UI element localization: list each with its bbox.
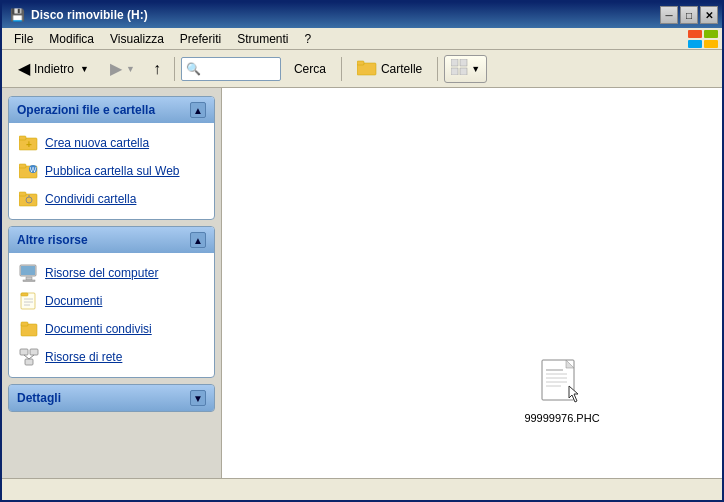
search-button[interactable]: Cerca (285, 55, 335, 83)
close-button[interactable]: ✕ (700, 6, 718, 24)
other-resources-header[interactable]: Altre risorse ▲ (9, 227, 214, 253)
details-section: Dettagli ▼ (8, 384, 215, 412)
computer-resources-label: Risorse del computer (45, 266, 158, 280)
separator-1 (174, 57, 175, 81)
details-header[interactable]: Dettagli ▼ (9, 385, 214, 411)
share-folder-label: Condividi cartella (45, 192, 136, 206)
details-toggle[interactable]: ▼ (190, 390, 206, 406)
back-dropdown-icon[interactable]: ▼ (80, 64, 89, 74)
title-bar-buttons: ─ □ ✕ (660, 6, 718, 24)
svg-text:W: W (30, 166, 37, 173)
back-group: ◀ Indietro ▼ (8, 54, 99, 84)
svg-rect-24 (21, 266, 35, 275)
computer-icon (19, 263, 39, 283)
shared-documents-label: Documenti condivisi (45, 322, 152, 336)
search-input[interactable] (201, 63, 281, 75)
svg-rect-5 (357, 61, 364, 65)
back-button[interactable]: ◀ Indietro ▼ (9, 55, 98, 83)
separator-3 (437, 57, 438, 81)
svg-rect-34 (25, 359, 33, 365)
svg-rect-14 (19, 164, 26, 168)
menu-help[interactable]: ? (297, 30, 320, 48)
svg-rect-26 (21, 293, 28, 296)
view-dropdown-icon[interactable]: ▼ (471, 64, 480, 74)
search-label: Cerca (294, 62, 326, 76)
svg-rect-33 (30, 349, 38, 355)
network-resources-label: Risorse di rete (45, 350, 122, 364)
svg-rect-31 (21, 322, 28, 326)
back-arrow-icon: ◀ (18, 59, 30, 78)
up-button[interactable]: ↑ (146, 55, 168, 83)
menu-file[interactable]: File (6, 30, 41, 48)
svg-text:+: + (26, 139, 32, 150)
title-bar-text: 💾 Disco rimovibile (H:) (10, 8, 148, 22)
svg-rect-3 (704, 40, 718, 48)
operations-title: Operazioni file e cartella (17, 103, 155, 117)
folders-button[interactable]: Cartelle (348, 55, 431, 83)
documents-icon (19, 291, 39, 311)
left-panel: Operazioni file e cartella ▲ + Crea nuov… (2, 88, 222, 478)
svg-rect-7 (460, 59, 467, 66)
svg-rect-23 (23, 280, 35, 282)
folders-label: Cartelle (381, 62, 422, 76)
svg-line-36 (29, 355, 34, 359)
documents-link[interactable]: Documenti (15, 289, 208, 313)
shared-documents-link[interactable]: Documenti condivisi (15, 317, 208, 341)
menu-visualizza[interactable]: Visualizza (102, 30, 172, 48)
svg-rect-22 (26, 277, 32, 280)
operations-toggle[interactable]: ▲ (190, 102, 206, 118)
maximize-button[interactable]: □ (680, 6, 698, 24)
operations-section: Operazioni file e cartella ▲ + Crea nuov… (8, 96, 215, 220)
menu-preferiti[interactable]: Preferiti (172, 30, 229, 48)
menu-bar: File Modifica Visualizza Preferiti Strum… (2, 28, 722, 50)
minimize-button[interactable]: ─ (660, 6, 678, 24)
separator-2 (341, 57, 342, 81)
back-label: Indietro (34, 62, 74, 76)
svg-rect-11 (19, 136, 26, 140)
search-box[interactable]: 🔍 (181, 57, 281, 81)
svg-rect-1 (704, 30, 718, 38)
create-folder-link[interactable]: + Crea nuova cartella (15, 131, 208, 155)
forward-button[interactable]: ▶ ▼ (103, 55, 142, 83)
operations-body: + Crea nuova cartella W (9, 123, 214, 219)
publish-folder-label: Pubblica cartella sul Web (45, 164, 180, 178)
up-arrow-icon: ↑ (153, 60, 161, 78)
forward-dropdown-icon[interactable]: ▼ (126, 64, 135, 74)
details-title: Dettagli (17, 391, 61, 405)
create-folder-label: Crea nuova cartella (45, 136, 149, 150)
title-bar: 💾 Disco rimovibile (H:) ─ □ ✕ (2, 2, 722, 28)
view-button[interactable]: ▼ (444, 55, 487, 83)
other-resources-toggle[interactable]: ▲ (190, 232, 206, 248)
publish-folder-icon: W (19, 161, 39, 181)
shared-documents-icon (19, 319, 39, 339)
network-icon (19, 347, 39, 367)
network-resources-link[interactable]: Risorse di rete (15, 345, 208, 369)
menu-modifica[interactable]: Modifica (41, 30, 102, 48)
file-item[interactable]: 99999976.PHC (522, 358, 602, 424)
svg-rect-0 (688, 30, 702, 38)
svg-rect-18 (19, 192, 26, 196)
status-bar (2, 478, 722, 500)
window-title: Disco rimovibile (H:) (31, 8, 148, 22)
file-name: 99999976.PHC (524, 412, 599, 424)
documents-label: Documenti (45, 294, 102, 308)
menu-strumenti[interactable]: Strumenti (229, 30, 296, 48)
search-icon: 🔍 (186, 62, 201, 76)
window: 💾 Disco rimovibile (H:) ─ □ ✕ File Modif… (0, 0, 724, 502)
svg-rect-6 (451, 59, 458, 66)
svg-rect-8 (451, 68, 458, 75)
other-resources-body: Risorse del computer Docu (9, 253, 214, 377)
title-icon: 💾 (10, 8, 25, 22)
other-resources-title: Altre risorse (17, 233, 88, 247)
svg-rect-2 (688, 40, 702, 48)
view-icon (451, 59, 469, 78)
computer-resources-link[interactable]: Risorse del computer (15, 261, 208, 285)
operations-header[interactable]: Operazioni file e cartella ▲ (9, 97, 214, 123)
create-folder-icon: + (19, 133, 39, 153)
publish-folder-link[interactable]: W Pubblica cartella sul Web (15, 159, 208, 183)
other-resources-section: Altre risorse ▲ Risorse d (8, 226, 215, 378)
main-content: Operazioni file e cartella ▲ + Crea nuov… (2, 88, 722, 478)
svg-line-35 (24, 355, 29, 359)
share-folder-link[interactable]: Condividi cartella (15, 187, 208, 211)
share-folder-icon (19, 189, 39, 209)
